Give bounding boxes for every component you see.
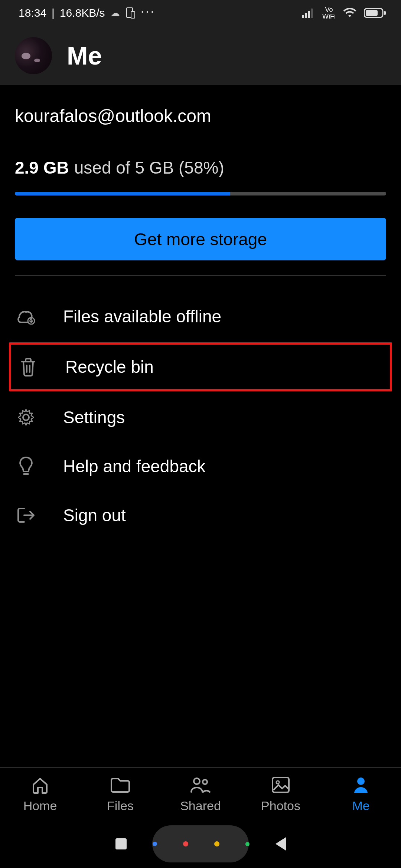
vowifi-icon: VoWiFi [322,6,336,20]
gear-icon [15,408,37,427]
bulb-icon [15,456,37,477]
page-header: Me [0,26,401,85]
trash-icon [17,357,39,377]
svg-rect-4 [305,13,307,18]
photo-icon [271,775,290,795]
status-net-speed: 16.8KB/s [60,7,105,19]
cloud-download-icon [15,308,37,325]
svg-point-13 [194,778,200,784]
storage-progress-bar [15,192,386,195]
menu-label: Recycle bin [65,357,154,377]
svg-rect-5 [308,11,310,18]
tab-label: Home [23,799,57,813]
weather-cloud-icon: ☁ [110,7,120,19]
storage-total-text: used of 5 GB (58%) [74,158,224,178]
folder-icon [110,775,131,795]
sim-icon [125,7,136,19]
status-sep: | [52,7,55,19]
tab-home[interactable]: Home [0,768,80,820]
svg-rect-9 [384,11,386,15]
menu-item-help[interactable]: Help and feedback [0,442,401,491]
storage-summary: 2.9 GB used of 5 GB (58%) [15,158,386,178]
nav-back-icon[interactable] [276,837,286,851]
tab-label: Photos [261,799,300,813]
menu-label: Help and feedback [63,456,206,476]
tab-files[interactable]: Files [80,768,160,820]
home-icon [30,775,50,795]
svg-point-11 [23,414,29,420]
account-email: kourafalos@outlook.com [15,106,386,126]
page-title: Me [67,41,102,70]
system-nav-bar [0,820,401,868]
tab-label: Me [352,799,369,813]
storage-progress-fill [15,192,230,195]
avatar[interactable] [15,37,52,74]
svg-point-17 [357,777,365,785]
nav-dot-red [183,841,188,846]
menu-item-offline[interactable]: Files available offline [0,292,401,341]
menu-item-recycle-bin[interactable]: Recycle bin [11,345,390,389]
tab-shared[interactable]: Shared [160,768,241,820]
wifi-icon [342,7,357,19]
tab-me[interactable]: Me [321,768,401,820]
svg-rect-8 [366,10,378,16]
status-bar: 18:34 | 16.8KB/s ☁ ··· VoWiFi [0,0,401,26]
svg-point-16 [276,781,279,784]
menu-item-settings[interactable]: Settings [0,393,401,442]
sign-out-icon [15,506,37,524]
battery-icon [364,7,386,19]
menu-label: Sign out [63,505,126,525]
storage-used-value: 2.9 GB [15,158,69,178]
svg-rect-15 [273,777,289,792]
tab-photos[interactable]: Photos [241,768,321,820]
account-section: kourafalos@outlook.com 2.9 GB used of 5 … [0,85,401,285]
bottom-tab-bar: Home Files Shared Photos Me [0,767,401,820]
menu-label: Files available offline [63,306,221,326]
person-icon [352,775,369,795]
nav-dot-green [245,842,250,846]
nav-dot-blue [153,842,157,846]
svg-rect-6 [311,9,313,18]
nav-recent-icon[interactable] [115,838,127,849]
highlight-recycle-bin: Recycle bin [9,342,392,391]
tab-label: Files [107,799,134,813]
section-divider [15,275,386,276]
menu-item-sign-out[interactable]: Sign out [0,491,401,540]
svg-point-14 [203,780,207,784]
tab-label: Shared [180,799,221,813]
get-more-storage-button[interactable]: Get more storage [15,218,386,260]
nav-dot-yellow [214,841,219,846]
svg-rect-3 [302,15,304,18]
menu-list: Files available offline Recycle bin Sett… [0,285,401,540]
status-time: 18:34 [19,7,46,19]
menu-label: Settings [63,407,125,427]
people-icon [190,775,211,795]
cell-signal-icon [302,8,316,18]
